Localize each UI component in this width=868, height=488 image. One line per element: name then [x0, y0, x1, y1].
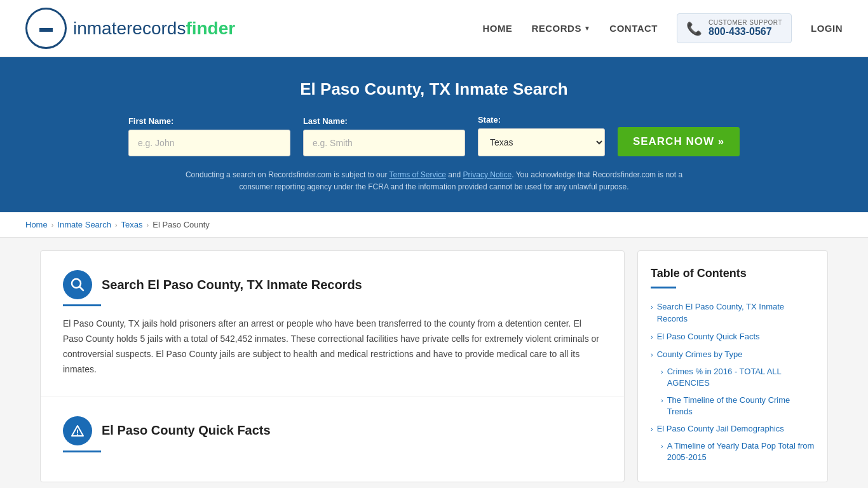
logo-text: inmaterecordsfinder	[73, 18, 235, 39]
privacy-link[interactable]: Privacy Notice	[463, 170, 512, 179]
section1-underline	[63, 304, 101, 306]
logo[interactable]: inmaterecordsfinder	[25, 8, 235, 49]
toc-chevron-icon: ›	[651, 303, 653, 311]
search-section-icon	[63, 270, 92, 299]
toc-chevron-icon: ›	[651, 351, 653, 358]
last-name-group: Last Name:	[303, 116, 465, 156]
breadcrumb-sep-1: ›	[51, 221, 54, 229]
alert-icon	[71, 424, 85, 438]
quick-facts-icon	[63, 416, 92, 445]
toc-item-6[interactable]: › El Paso County Jail Demographics	[651, 420, 815, 438]
main-nav: HOME RECORDS ▼ CONTACT 📞 CUSTOMER SUPPOR…	[482, 13, 843, 43]
nav-records[interactable]: RECORDS ▼	[531, 23, 590, 34]
disclaimer-text: Conducting a search on Recordsfinder.com…	[180, 169, 688, 193]
toc-item-7[interactable]: › A Timeline of Yearly Data Pop Total fr…	[651, 438, 815, 466]
svg-line-13	[80, 287, 84, 291]
search-form: First Name: Last Name: State: Texas Alab…	[25, 115, 843, 156]
svg-rect-10	[39, 28, 53, 32]
toc-chevron-icon: ›	[661, 396, 663, 404]
toc-title: Table of Contents	[651, 267, 815, 280]
state-select[interactable]: Texas Alabama California Florida New Yor…	[478, 128, 605, 156]
first-name-input[interactable]	[128, 130, 290, 156]
phone-icon: 📞	[686, 21, 702, 36]
search-records-section: Search El Paso County, TX Inmate Records…	[41, 251, 624, 396]
toc-item-2[interactable]: › El Paso County Quick Facts	[651, 328, 815, 346]
toc-list: › Search El Paso County, TX Inmate Recor…	[651, 298, 815, 466]
chevron-down-icon: ▼	[584, 25, 590, 32]
svg-rect-7	[48, 32, 50, 37]
breadcrumb-home[interactable]: Home	[25, 220, 48, 229]
svg-rect-8	[52, 32, 54, 37]
last-name-label: Last Name:	[303, 116, 465, 126]
content-panel: Search El Paso County, TX Inmate Records…	[40, 250, 625, 482]
breadcrumb-state[interactable]: Texas	[121, 220, 143, 229]
first-name-label: First Name:	[128, 116, 290, 126]
svg-rect-11	[34, 36, 58, 39]
toc-item-1[interactable]: › Search El Paso County, TX Inmate Recor…	[651, 298, 815, 327]
terms-link[interactable]: Terms of Service	[390, 170, 446, 179]
toc-link-7: A Timeline of Yearly Data Pop Total from…	[667, 440, 815, 463]
toc-link-4: Crimes % in 2016 - TOTAL ALL AGENCIES	[667, 366, 815, 389]
search-icon	[71, 278, 85, 292]
hero-section: El Paso County, TX Inmate Search First N…	[0, 57, 868, 212]
site-header: inmaterecordsfinder HOME RECORDS ▼ CONTA…	[0, 0, 868, 57]
state-label: State:	[478, 115, 605, 125]
toc-chevron-icon: ›	[661, 442, 663, 450]
svg-point-15	[77, 433, 78, 435]
breadcrumb-sep-3: ›	[147, 221, 149, 229]
last-name-input[interactable]	[303, 130, 465, 156]
toc-link-1: Search El Paso County, TX Inmate Records	[657, 301, 815, 324]
toc-chevron-icon: ›	[651, 333, 653, 341]
page-title: El Paso County, TX Inmate Search	[25, 79, 843, 99]
section1-title: Search El Paso County, TX Inmate Records	[102, 278, 362, 292]
toc-chevron-icon: ›	[661, 368, 663, 376]
support-box[interactable]: 📞 CUSTOMER SUPPORT 800-433-0567	[677, 13, 792, 43]
toc-link-2: El Paso County Quick Facts	[657, 331, 760, 342]
toc-item-5[interactable]: › The Timeline of the County Crime Trend…	[651, 392, 815, 420]
svg-rect-6	[42, 32, 44, 37]
state-group: State: Texas Alabama California Florida …	[478, 115, 605, 156]
section2-header: El Paso County Quick Facts	[63, 416, 602, 445]
toc-chevron-icon: ›	[651, 425, 653, 433]
toc-link-6: El Paso County Jail Demographics	[657, 423, 784, 435]
toc-link-5: The Timeline of the County Crime Trends	[667, 395, 815, 417]
toc-item-4[interactable]: › Crimes % in 2016 - TOTAL ALL AGENCIES	[651, 363, 815, 391]
svg-rect-5	[38, 32, 40, 37]
toc-link-3: County Crimes by Type	[657, 349, 743, 360]
main-content: Search El Paso County, TX Inmate Records…	[15, 238, 853, 488]
section1-body: El Paso County, TX jails hold prisoners …	[63, 316, 602, 377]
breadcrumb: Home › Inmate Search › Texas › El Paso C…	[0, 212, 868, 238]
logo-icon	[25, 8, 67, 49]
breadcrumb-inmate-search[interactable]: Inmate Search	[57, 220, 111, 229]
support-phone: 800-433-0567	[709, 26, 782, 37]
section2-underline	[63, 451, 101, 452]
section2-title: El Paso County Quick Facts	[102, 423, 271, 438]
section1-header: Search El Paso County, TX Inmate Records	[63, 270, 602, 299]
toc-item-3[interactable]: › County Crimes by Type	[651, 346, 815, 363]
table-of-contents: Table of Contents › Search El Paso Count…	[637, 250, 828, 482]
breadcrumb-county: El Paso County	[153, 220, 210, 229]
search-button[interactable]: SEARCH NOW »	[618, 127, 740, 156]
breadcrumb-sep-2: ›	[115, 221, 118, 229]
nav-login[interactable]: LOGIN	[811, 23, 843, 34]
toc-underline	[651, 287, 676, 288]
first-name-group: First Name:	[128, 116, 290, 156]
nav-home[interactable]: HOME	[482, 23, 512, 34]
nav-contact[interactable]: CONTACT	[609, 23, 658, 34]
support-label: CUSTOMER SUPPORT	[709, 19, 782, 26]
quick-facts-section: El Paso County Quick Facts	[41, 397, 624, 482]
